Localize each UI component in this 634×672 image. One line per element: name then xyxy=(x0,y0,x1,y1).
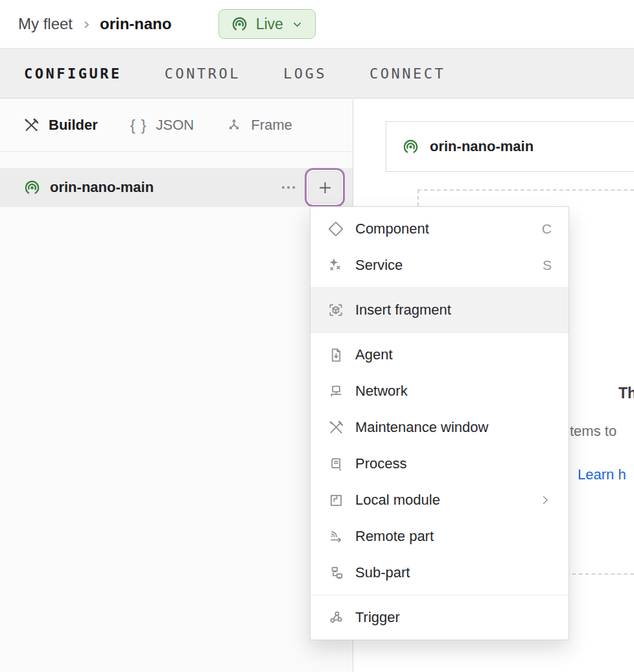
empty-state-text: tems to xyxy=(570,423,616,440)
fragment-icon xyxy=(327,302,344,318)
remote-icon xyxy=(327,529,344,545)
plus-icon xyxy=(316,179,334,197)
tab-logs[interactable]: LOGS xyxy=(283,66,327,82)
menu-item-label: Network xyxy=(355,383,408,400)
learn-more-link[interactable]: Learn h xyxy=(578,466,626,483)
menu-item-local-module[interactable]: Local module xyxy=(311,482,569,518)
machine-part-name: orin-nano-main xyxy=(50,179,154,196)
machine-part-card-title: orin-nano-main xyxy=(430,138,534,155)
menu-item-label: Service xyxy=(355,257,403,274)
braces-icon: { } xyxy=(130,116,147,134)
menu-item-label: Process xyxy=(355,455,406,472)
breadcrumb-machine-name: orin-nano xyxy=(100,15,172,33)
view-tab-builder[interactable]: Builder xyxy=(23,117,98,134)
machine-status-dropdown[interactable]: Live xyxy=(218,9,316,39)
menu-item-insert-fragment[interactable]: Insert fragment xyxy=(311,292,569,328)
tab-control[interactable]: CONTROL xyxy=(165,66,241,82)
chevron-right-icon xyxy=(539,494,552,507)
axes-icon xyxy=(226,117,242,133)
page: My fleet orin-nano Live CONFIGURECONTROL… xyxy=(0,0,634,672)
menu-group: Insert fragment xyxy=(311,287,569,332)
tab-configure[interactable]: CONFIGURE xyxy=(24,66,122,82)
breadcrumb: My fleet orin-nano xyxy=(18,15,172,33)
menu-item-remote-part[interactable]: Remote part xyxy=(311,518,569,555)
sidebar-spacer xyxy=(0,152,353,168)
view-tabs: Builder{ }JSONFrame xyxy=(0,99,353,152)
menu-item-label: Sub-part xyxy=(355,564,410,581)
menu-item-label: Component xyxy=(355,221,429,237)
menu-item-network[interactable]: Network xyxy=(311,373,569,409)
chevron-down-icon xyxy=(291,18,303,30)
menu-item-label: Trigger xyxy=(355,609,400,626)
menu-item-sub-part[interactable]: Sub-part xyxy=(311,555,569,591)
more-options-button[interactable] xyxy=(277,176,299,198)
config-sidebar: Builder{ }JSONFrame orin-nano-main xyxy=(0,99,353,672)
subpart-icon xyxy=(327,565,344,581)
tools-icon xyxy=(23,117,40,134)
menu-shortcut: S xyxy=(543,258,552,273)
menu-group: ComponentCServiceS xyxy=(311,207,569,287)
broadcast-icon xyxy=(402,138,419,156)
sparkles-icon xyxy=(327,257,344,274)
menu-item-component[interactable]: ComponentC xyxy=(311,211,569,247)
row-actions xyxy=(277,171,346,204)
add-item-menu: ComponentCServiceSInsert fragmentAgentNe… xyxy=(310,206,569,640)
diamond-icon xyxy=(327,221,344,237)
view-tab-frame[interactable]: Frame xyxy=(226,117,292,134)
menu-item-maintenance-window[interactable]: Maintenance window xyxy=(311,409,569,446)
view-tab-label: JSON xyxy=(156,117,194,134)
menu-item-label: Maintenance window xyxy=(355,419,488,436)
menu-item-label: Agent xyxy=(355,346,393,363)
empty-state-heading: Th xyxy=(618,385,634,402)
machine-part-card[interactable]: orin-nano-main xyxy=(386,121,634,172)
menu-item-label: Insert fragment xyxy=(355,302,451,318)
breadcrumb-fleet-link[interactable]: My fleet xyxy=(18,15,73,33)
agent-icon xyxy=(327,347,344,363)
status-label: Live xyxy=(256,16,283,33)
module-icon xyxy=(327,492,344,509)
tab-connect[interactable]: CONNECT xyxy=(370,66,445,82)
maintenance-icon xyxy=(327,420,344,436)
chevron-right-icon xyxy=(81,19,91,30)
view-tab-label: Frame xyxy=(251,117,292,134)
menu-item-process[interactable]: Process xyxy=(311,446,569,482)
menu-item-agent[interactable]: Agent xyxy=(311,337,569,373)
view-tab-label: Builder xyxy=(49,117,98,134)
menu-item-trigger[interactable]: Trigger xyxy=(311,599,569,636)
network-icon xyxy=(327,383,344,400)
add-item-button[interactable] xyxy=(308,171,342,204)
sidebar-empty-area xyxy=(0,207,353,672)
machine-part-row[interactable]: orin-nano-main xyxy=(0,168,353,207)
broadcast-icon xyxy=(231,16,248,33)
process-icon xyxy=(327,456,344,472)
view-tab-json[interactable]: { }JSON xyxy=(130,116,194,134)
header: My fleet orin-nano Live xyxy=(0,0,634,48)
broadcast-icon xyxy=(23,179,41,197)
menu-item-label: Local module xyxy=(355,492,440,509)
main-nav-tabs: CONFIGURECONTROLLOGSCONNECT xyxy=(0,48,634,99)
menu-item-service[interactable]: ServiceS xyxy=(311,247,569,283)
menu-group: AgentNetworkMaintenance windowProcessLoc… xyxy=(311,332,569,595)
menu-group: Trigger xyxy=(311,595,569,640)
menu-shortcut: C xyxy=(542,221,552,237)
trigger-icon xyxy=(327,610,344,626)
menu-item-label: Remote part xyxy=(355,528,434,545)
